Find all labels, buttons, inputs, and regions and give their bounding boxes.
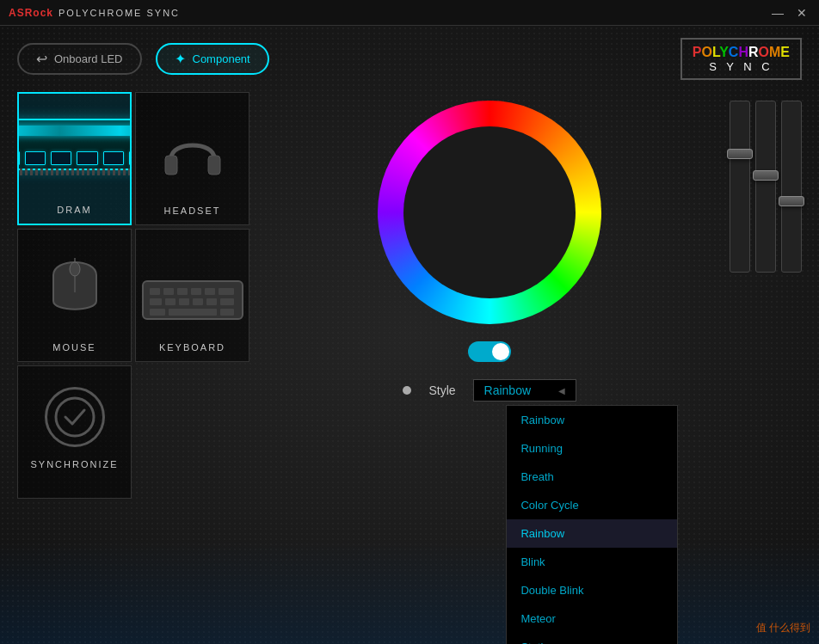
svg-rect-17 — [150, 309, 165, 316]
dram-slot — [129, 151, 132, 165]
style-row: Style Rainbow ◀ Rainbow Running Breath C… — [403, 379, 576, 402]
slider-container-3 — [781, 101, 802, 273]
svg-rect-5 — [150, 288, 160, 295]
component-label: Component — [193, 52, 250, 65]
dram-slot — [103, 151, 124, 165]
onboard-led-button[interactable]: ↩ Onboard LED — [17, 43, 142, 75]
dram-led-strip — [17, 126, 132, 136]
dropdown-item-meteor[interactable]: Meteor — [507, 604, 677, 633]
toggle-knob — [492, 343, 509, 360]
onboard-led-icon: ↩ — [36, 51, 47, 67]
dropdown-item-breath[interactable]: Breath — [507, 463, 677, 491]
svg-rect-11 — [150, 298, 162, 305]
svg-point-20 — [56, 398, 94, 436]
dropdown-item-rainbow1[interactable]: Rainbow — [507, 406, 677, 434]
svg-rect-9 — [205, 288, 215, 295]
sync-icon — [45, 387, 105, 447]
headset-illustration — [158, 120, 227, 197]
svg-rect-15 — [206, 298, 217, 305]
rainbow-ring-container — [378, 101, 601, 324]
power-toggle[interactable] — [468, 341, 511, 362]
svg-point-3 — [70, 262, 80, 276]
close-button[interactable]: ✕ — [793, 6, 810, 20]
minimize-button[interactable]: — — [769, 6, 786, 20]
svg-rect-14 — [193, 298, 203, 305]
dram-slot — [25, 151, 46, 165]
component-button[interactable]: ✦ Component — [156, 43, 269, 75]
app-container: ↩ Onboard LED ✦ Component POLYCHROME S Y… — [0, 26, 819, 644]
center-panel: Style Rainbow ◀ Rainbow Running Breath C… — [267, 92, 712, 499]
rainbow-ring-inner — [403, 126, 576, 298]
dropdown-item-double-blink[interactable]: Double Blink — [507, 576, 677, 604]
toggle-area — [468, 341, 511, 362]
mouse-label: Mouse — [52, 342, 95, 353]
dropdown-item-rainbow2[interactable]: Rainbow — [507, 519, 677, 548]
header-nav: ↩ Onboard LED ✦ Component POLYCHROME S Y… — [0, 26, 819, 92]
headset-label: Headset — [164, 205, 221, 216]
style-label: Style — [428, 383, 455, 397]
polychrome-logo: POLYCHROME S Y N C — [680, 38, 802, 80]
dram-stick — [17, 119, 132, 170]
svg-rect-13 — [179, 298, 189, 305]
dropdown-item-running[interactable]: Running — [507, 434, 677, 463]
svg-rect-12 — [165, 298, 176, 305]
slider-track-2[interactable] — [755, 101, 776, 273]
slider-track-3[interactable] — [781, 101, 802, 273]
title-bar: ASRock POLYCHROME SYNC — ✕ — [0, 0, 819, 26]
slider-thumb-1[interactable] — [727, 149, 753, 159]
sliders-panel — [730, 92, 802, 499]
svg-rect-6 — [163, 288, 174, 295]
onboard-led-label: Onboard LED — [54, 52, 123, 65]
component-icon: ✦ — [175, 51, 186, 67]
dram-pins — [17, 169, 132, 175]
dropdown-arrow-icon: ◀ — [558, 386, 565, 396]
svg-rect-18 — [169, 309, 217, 316]
mouse-illustration — [45, 245, 105, 334]
style-current-value: Rainbow — [484, 383, 531, 397]
dram-slot — [17, 151, 20, 165]
app-title: POLYCHROME SYNC — [58, 8, 180, 18]
svg-rect-1 — [208, 156, 220, 175]
dram-card[interactable]: DRAM — [17, 92, 132, 225]
slider-container-2 — [755, 101, 776, 273]
watermark: 值 什么得到 — [756, 621, 810, 635]
synchronize-label: Synchronize — [30, 459, 118, 469]
dram-slot — [77, 151, 97, 165]
mouse-card[interactable]: Mouse — [17, 229, 132, 362]
dram-illustration — [17, 119, 132, 196]
slider-container-1 — [730, 101, 750, 273]
svg-rect-8 — [191, 288, 201, 295]
window-controls: — ✕ — [769, 6, 810, 20]
keyboard-illustration — [141, 274, 244, 334]
logo-line1: POLYCHROME — [693, 45, 790, 60]
headset-card[interactable]: Headset — [135, 92, 249, 225]
main-layout: DRAM Headset — [0, 92, 819, 499]
dram-slot — [51, 151, 71, 165]
svg-rect-16 — [220, 298, 234, 305]
bottom-gradient — [0, 541, 819, 644]
logo-line2: S Y N C — [709, 60, 773, 73]
style-dot — [403, 386, 411, 395]
dropdown-item-blink[interactable]: Blink — [507, 548, 677, 576]
slider-thumb-2[interactable] — [753, 170, 779, 181]
style-dropdown[interactable]: Rainbow ◀ — [473, 379, 576, 402]
svg-rect-19 — [220, 309, 234, 316]
svg-rect-10 — [219, 288, 234, 295]
dram-slots — [17, 151, 132, 165]
svg-rect-7 — [177, 288, 188, 295]
dropdown-item-static[interactable]: Static — [507, 633, 677, 644]
keyboard-card[interactable]: Keyboard — [135, 229, 249, 362]
brand-logo: ASRock — [9, 7, 53, 19]
device-grid: DRAM Headset — [17, 92, 249, 499]
dram-label: DRAM — [57, 205, 91, 215]
slider-thumb-3[interactable] — [779, 196, 804, 206]
dropdown-menu: Rainbow Running Breath Color Cycle Rainb… — [506, 405, 678, 644]
keyboard-label: Keyboard — [159, 342, 225, 353]
dropdown-item-color-cycle[interactable]: Color Cycle — [507, 491, 677, 519]
svg-rect-0 — [165, 156, 177, 175]
slider-track-1[interactable] — [730, 101, 750, 273]
synchronize-card[interactable]: Synchronize — [17, 365, 132, 499]
rainbow-ring — [378, 101, 601, 324]
